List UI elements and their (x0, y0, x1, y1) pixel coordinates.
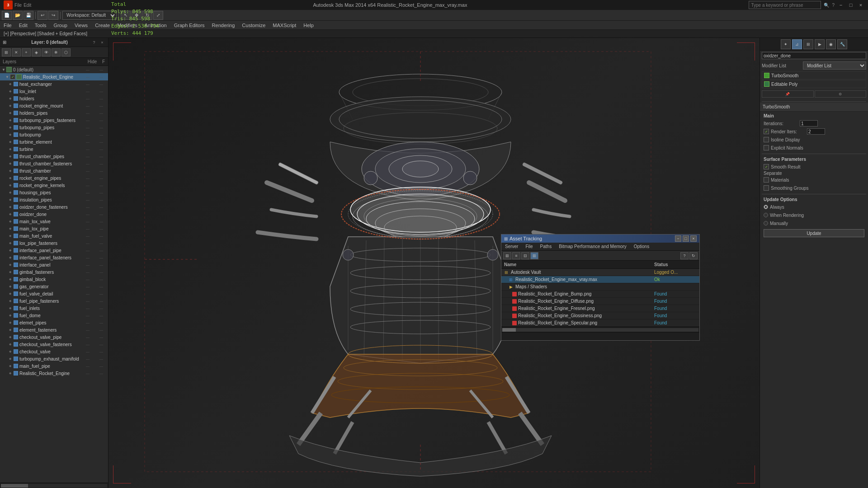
new-button[interactable]: 📄 (2, 11, 12, 20)
materials-checkbox[interactable] (764, 177, 769, 183)
layer-row[interactable]: ◆heat_exchanger—— (0, 80, 108, 88)
layer-row[interactable]: ◆oxidzer_done—— (0, 211, 108, 218)
at-row[interactable]: ⊞ Realistic_Rocket_Engine_max_vray.max O… (501, 276, 699, 283)
close-button[interactable]: × (857, 1, 864, 9)
at-row[interactable]: Realistic_Rocket_Engine_Glossiness.png F… (501, 312, 699, 319)
at-row[interactable]: ▶ Maps / Shaders (501, 283, 699, 291)
smoothing-groups-checkbox[interactable] (764, 185, 769, 191)
layer-row[interactable]: ◆gimbal_block—— (0, 276, 108, 283)
editable-poly-modifier[interactable]: Editable Poly (762, 80, 866, 88)
panel-close-icon[interactable]: × (99, 39, 105, 46)
layers-render-btn[interactable]: ⬡ (61, 48, 71, 56)
layer-row[interactable]: ◆fuel_inlets—— (0, 305, 108, 312)
hierarchy-tab-btn[interactable]: ⊞ (803, 39, 813, 49)
at-scroll-thumb[interactable] (502, 328, 516, 332)
when-rendering-radio[interactable] (764, 213, 768, 217)
layer-row[interactable]: ◆turbopump_pipes_fasteners—— (0, 117, 108, 124)
layer-row[interactable]: ◆gimbal_fasteners—— (0, 268, 108, 276)
layer-row[interactable]: ◆lox_inlet—— (0, 88, 108, 95)
layer-row[interactable]: ◆checkout_valve_fasteners—— (0, 341, 108, 348)
at-minimize-btn[interactable]: − (675, 235, 681, 242)
layer-row[interactable]: ◆main_lox_pipe—— (0, 225, 108, 232)
always-radio[interactable] (764, 205, 768, 209)
scale-button[interactable]: ⤢ (153, 11, 163, 20)
menu-create[interactable]: Create (91, 21, 113, 30)
scroll-thumb[interactable] (1, 484, 28, 488)
rotate-button[interactable]: ↻ (142, 11, 152, 20)
layers-delete-btn[interactable]: ✕ (12, 48, 21, 56)
maximize-button[interactable]: □ (847, 1, 854, 9)
layer-row[interactable]: ◆thrust_chamber_pipes—— (0, 153, 108, 160)
at-row[interactable]: Realistic_Rocket_Engine_Bump.png Found (501, 291, 699, 298)
at-menu-file[interactable]: File (522, 243, 536, 250)
layer-row[interactable]: ◆thrust_chamber_fasteners—— (0, 160, 108, 167)
at-tb-btn-4[interactable]: ⊞ (530, 252, 538, 259)
expand-icon[interactable]: ▼ (5, 75, 10, 79)
layer-row[interactable]: ◆turbopump_exhaust_manifold—— (0, 355, 108, 362)
layer-row[interactable]: ◆thrust_chamber—— (0, 167, 108, 174)
menu-graph-editors[interactable]: Graph Editors (170, 21, 208, 30)
layer-row[interactable]: ◆main_fuel_pipe—— (0, 362, 108, 370)
motion-tab-btn[interactable]: ▶ (815, 39, 825, 49)
at-menu-options[interactable]: Options (630, 243, 653, 250)
modify-tab-btn[interactable]: ⊿ (792, 39, 802, 49)
layer-hide-toggle[interactable]: — (81, 75, 94, 79)
pin-stack-btn[interactable]: 📌 (762, 90, 814, 98)
select-button[interactable]: ↖ (121, 11, 131, 20)
render-iters-input[interactable] (807, 128, 825, 135)
layer-f-toggle[interactable]: — (94, 75, 108, 79)
asset-tracking-scrollbar[interactable] (501, 327, 699, 332)
at-menu-bitmap[interactable]: Bitmap Performance and Memory (555, 243, 630, 250)
layer-row[interactable]: ◆housings_pipes—— (0, 189, 108, 196)
create-tab-btn[interactable]: ✦ (781, 39, 791, 49)
layer-checkbox[interactable]: ✓ (10, 74, 15, 80)
at-menu-server[interactable]: Server (501, 243, 522, 250)
minimize-button[interactable]: − (837, 1, 844, 9)
display-tab-btn[interactable]: ◉ (826, 39, 836, 49)
menu-customize[interactable]: Customize (238, 21, 269, 30)
at-row[interactable]: Realistic_Rocket_Engine_Diffuse.png Foun… (501, 298, 699, 305)
at-tb-btn-1[interactable]: ⊞ (503, 252, 511, 259)
layer-row[interactable]: ◆turbopump—— (0, 131, 108, 138)
at-refresh-btn[interactable]: ↻ (689, 252, 698, 259)
render-iters-checkbox[interactable]: ✓ (764, 129, 769, 134)
layer-row[interactable]: ◆main_fuel_valve—— (0, 232, 108, 239)
layer-row[interactable]: ◆holders_pipes—— (0, 109, 108, 117)
layer-row[interactable]: ◆interface_panel_pipe—— (0, 247, 108, 254)
redo-button[interactable]: ↪ (48, 11, 58, 20)
layers-scrollbar[interactable] (0, 483, 108, 488)
layer-row[interactable]: ▼ ✓ Realistic_Rocket_Engine — — (0, 73, 108, 80)
layer-row[interactable]: ◆gas_generator—— (0, 283, 108, 290)
layer-row[interactable]: ◆turbine—— (0, 145, 108, 153)
layer-row[interactable]: ◆main_lox_valve—— (0, 218, 108, 225)
layers-add-btn[interactable]: + (22, 48, 31, 56)
layer-row[interactable]: ◆fuel_dome—— (0, 312, 108, 319)
turbosmooth-modifier[interactable]: TurboSmooth (762, 71, 866, 80)
layer-row[interactable]: ◆oxidzer_done_fasteners—— (0, 203, 108, 211)
at-menu-paths[interactable]: Paths (537, 243, 556, 250)
layer-row[interactable]: ◆turbopump_pipes—— (0, 124, 108, 131)
layer-row[interactable]: ▼ 0 (default) — — (0, 66, 108, 73)
menu-animation[interactable]: Animation (141, 21, 170, 30)
at-close-btn[interactable]: × (690, 235, 697, 242)
undo-button[interactable]: ↩ (38, 11, 47, 20)
layer-row[interactable]: ◆holders—— (0, 95, 108, 102)
workspace-dropdown[interactable]: Workspace: Default (62, 11, 117, 20)
at-tb-btn-3[interactable]: ⊟ (521, 252, 529, 259)
layer-row[interactable]: ◆checkout_valve—— (0, 348, 108, 355)
layer-row[interactable]: ◆checkout_valve_pipe—— (0, 333, 108, 341)
modifier-dropdown[interactable]: Modifier List (803, 61, 866, 70)
open-button[interactable]: 📂 (13, 11, 23, 20)
layer-row[interactable]: ◆turbine_element—— (0, 138, 108, 145)
update-button[interactable]: Update (764, 229, 864, 237)
explicit-normals-checkbox[interactable] (764, 145, 769, 150)
at-restore-btn[interactable]: □ (683, 235, 689, 242)
menu-rendering[interactable]: Rendering (208, 21, 239, 30)
layer-row[interactable]: ◆rocket_engine_pipes—— (0, 174, 108, 182)
layer-row[interactable]: ◆rocket_engine_kernels—— (0, 182, 108, 189)
at-help-btn[interactable]: ? (680, 252, 689, 259)
layer-hide-toggle[interactable]: — (81, 68, 94, 72)
config-mod-btn[interactable]: ⚙ (815, 90, 867, 98)
at-row[interactable]: ⊞ Autodesk Vault Logged O... (501, 269, 699, 276)
layer-f-toggle[interactable]: — (94, 68, 108, 72)
